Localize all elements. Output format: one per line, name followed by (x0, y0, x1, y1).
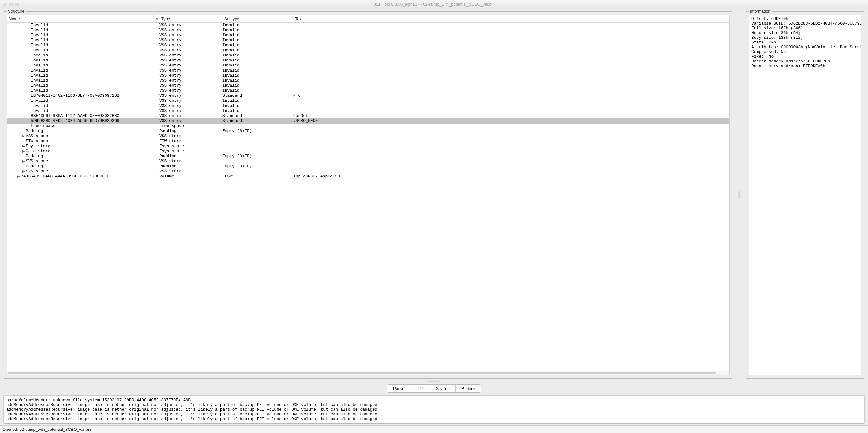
row-text: AppleCRC32 AppleFSO (293, 174, 730, 179)
row-type: VSS entry (159, 43, 222, 48)
row-type: VSS entry (159, 108, 222, 113)
structure-label: Structure (7, 9, 26, 13)
row-text (293, 73, 730, 78)
row-text (293, 154, 730, 159)
row-type: VSS store (159, 134, 222, 139)
row-name: Invalid (31, 23, 48, 27)
row-subtype: Invalid (222, 38, 293, 43)
table-row[interactable]: FTW storeFTW store (7, 139, 730, 144)
row-subtype: Invalid (222, 33, 293, 38)
col-type[interactable]: Type (159, 15, 222, 22)
table-row[interactable]: InvalidVSS entryInvalid (7, 38, 730, 43)
disclosure-triangle-icon[interactable]: ▶ (17, 174, 20, 179)
table-row[interactable]: InvalidVSS entryInvalid (7, 43, 730, 48)
row-subtype (222, 134, 293, 139)
row-subtype: Invalid (222, 83, 293, 88)
horizontal-scrollbar[interactable] (7, 371, 730, 375)
table-row[interactable]: Free spaceFree space (7, 123, 730, 128)
row-name: Padding (26, 128, 43, 133)
bottom-tabbar: Parser FIT Search Builder (387, 384, 481, 393)
row-name: Invalid (31, 68, 48, 73)
horizontal-splitter[interactable] (0, 380, 868, 383)
row-type: VSS entry (159, 48, 222, 53)
table-row[interactable]: 5D62B28D-6ED2-40B4-A560-6CD79B93D366VSS … (7, 118, 730, 123)
row-text (293, 123, 730, 128)
close-icon[interactable] (2, 2, 6, 6)
row-type: VSS entry (159, 73, 222, 78)
information-text[interactable]: Offset: 6DDE70h Variable GUID: 5D62B28D-… (749, 15, 861, 375)
row-type: Fsys store (159, 149, 222, 154)
table-row[interactable]: ▶Gaid storeFsys store (7, 149, 730, 154)
col-text[interactable]: Text (293, 15, 730, 22)
table-row[interactable]: InvalidVSS entryInvalid (7, 83, 730, 88)
row-subtype (222, 139, 293, 144)
tab-search[interactable]: Search (430, 385, 456, 392)
row-text (293, 58, 730, 63)
table-row[interactable]: InvalidVSS entryInvalid (7, 63, 730, 68)
row-subtype: Invalid (222, 28, 293, 33)
row-text (293, 139, 730, 144)
table-row[interactable]: ▶7A9354D9-0468-444A-81CE-0BF617D890DFVol… (7, 174, 730, 179)
row-subtype: Empty (0xFF) (222, 154, 293, 159)
disclosure-triangle-icon[interactable]: ▶ (22, 134, 25, 139)
tab-parser[interactable]: Parser (387, 385, 412, 392)
table-row[interactable]: PaddingPaddingEmpty (0xFF) (7, 128, 730, 134)
disclosure-triangle-icon[interactable]: ▶ (22, 144, 25, 149)
table-row[interactable]: EB704011-1402-11D3-8E77-00A0C969723BVSS … (7, 93, 730, 98)
table-row[interactable]: InvalidVSS entryInvalid (7, 23, 730, 28)
table-row[interactable]: InvalidVSS entryInvalid (7, 78, 730, 83)
tab-fit[interactable]: FIT (412, 385, 430, 392)
table-row[interactable]: ▶Fsys storeFsys store (7, 144, 730, 149)
row-text (293, 159, 730, 164)
row-subtype: Invalid (222, 108, 293, 113)
row-subtype: Standard (222, 118, 293, 123)
table-row[interactable]: InvalidVSS entryInvalid (7, 28, 730, 33)
row-text (293, 88, 730, 93)
row-text (293, 63, 730, 68)
zoom-icon[interactable] (15, 2, 19, 6)
information-label: Information (749, 9, 772, 13)
row-type: VSS entry (159, 88, 222, 93)
row-subtype (222, 149, 293, 154)
table-row[interactable]: 8BE4DF61-93CA-11D2-AA0D-00E098032B8CVSS … (7, 113, 730, 118)
row-text (293, 169, 730, 174)
col-subtype[interactable]: Subtype (222, 15, 293, 22)
row-text (293, 108, 730, 113)
table-row[interactable]: InvalidVSS entryInvalid (7, 68, 730, 73)
table-row[interactable]: PaddingPaddingEmpty (0xFF) (7, 154, 730, 159)
table-row[interactable]: ▶SVS storeVSS store (7, 169, 730, 174)
row-text: ConOut (293, 113, 730, 118)
table-row[interactable]: InvalidVSS entryInvalid (7, 98, 730, 104)
disclosure-triangle-icon[interactable]: ▶ (22, 159, 25, 164)
table-row[interactable]: InvalidVSS entryInvalid (7, 73, 730, 78)
row-text (293, 78, 730, 83)
row-type: Free space (159, 123, 222, 128)
row-name: Invalid (31, 78, 48, 83)
row-type: Padding (159, 154, 222, 159)
col-a[interactable]: A (154, 15, 159, 22)
console-output[interactable]: parseVolumeHeader: unknown file system 1… (3, 396, 865, 423)
table-row[interactable]: InvalidVSS entryInvalid (7, 58, 730, 63)
vertical-splitter[interactable] (737, 11, 741, 379)
disclosure-triangle-icon[interactable]: ▶ (22, 169, 25, 174)
table-row[interactable]: InvalidVSS entryInvalid (7, 53, 730, 58)
row-name: Invalid (31, 28, 48, 32)
table-row[interactable]: ▶VSS storeVSS store (7, 134, 730, 139)
col-name[interactable]: Name (7, 15, 154, 22)
structure-table-body[interactable]: InvalidVSS entryInvalidInvalidVSS entryI… (7, 23, 730, 371)
row-subtype (222, 144, 293, 149)
table-row[interactable]: InvalidVSS entryInvalid (7, 33, 730, 38)
row-text (293, 98, 730, 104)
minimize-icon[interactable] (9, 2, 12, 6)
row-type: VSS entry (159, 58, 222, 63)
table-row[interactable]: InvalidVSS entryInvalid (7, 88, 730, 93)
table-row[interactable]: ▶SVS storeVSS store (7, 159, 730, 164)
row-type: VSS entry (159, 118, 222, 123)
tab-builder[interactable]: Builder (456, 385, 481, 392)
disclosure-triangle-icon[interactable]: ▶ (22, 149, 25, 154)
table-row[interactable]: InvalidVSS entryInvalid (7, 108, 730, 113)
table-row[interactable]: PaddingPaddingEmpty (0xFF) (7, 164, 730, 169)
table-row[interactable]: InvalidVSS entryInvalid (7, 104, 730, 108)
console-panel: parseVolumeHeader: unknown file system 1… (3, 395, 865, 424)
table-row[interactable]: InvalidVSS entryInvalid (7, 48, 730, 53)
